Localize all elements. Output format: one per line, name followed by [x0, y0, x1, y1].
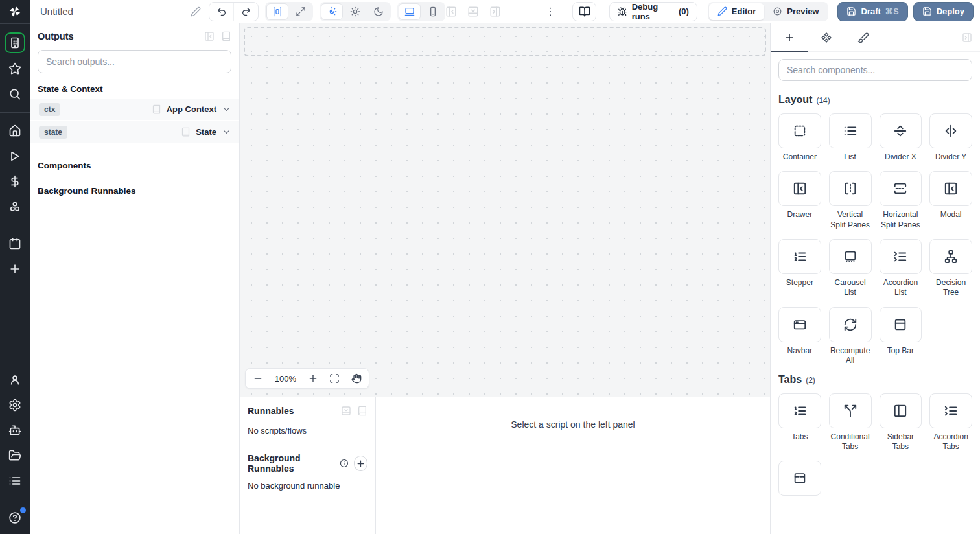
rail-item-help[interactable] — [5, 508, 25, 528]
edit-title-icon[interactable] — [191, 6, 201, 17]
docs-button[interactable] — [572, 2, 596, 21]
component-box[interactable] — [829, 239, 872, 274]
runnables-docs-icon[interactable] — [357, 406, 368, 416]
rail-item-resources[interactable] — [5, 197, 25, 216]
component-box[interactable] — [929, 393, 972, 428]
rail-item-schedules[interactable] — [5, 234, 25, 253]
component-box[interactable] — [929, 239, 972, 274]
rail-item-favorites[interactable] — [5, 59, 25, 78]
collapse-bottom-icon[interactable] — [341, 406, 351, 416]
collapse-right-panel-icon[interactable] — [962, 32, 980, 43]
rail-item-runs[interactable] — [5, 146, 25, 166]
empty-dropzone[interactable] — [244, 27, 766, 56]
outputs-docs-icon[interactable] — [221, 31, 231, 41]
redo-button[interactable] — [233, 3, 257, 21]
rail-item-variables[interactable] — [5, 172, 25, 191]
theme-light-button[interactable] — [344, 3, 366, 20]
panel-left-toggle-icon[interactable] — [445, 6, 457, 17]
component-card-tabs[interactable]: Tabs — [778, 393, 821, 452]
component-box[interactable] — [778, 307, 821, 342]
chevron-down-icon[interactable] — [222, 104, 231, 114]
component-box[interactable] — [778, 113, 821, 148]
rail-item-logs[interactable] — [5, 471, 25, 491]
search-components-input[interactable] — [778, 59, 972, 81]
laptop-icon — [404, 6, 415, 17]
component-box[interactable] — [880, 113, 922, 148]
component-card-decision-tree[interactable]: Decision Tree — [929, 239, 972, 298]
component-box[interactable] — [778, 171, 821, 206]
center-content-toggle[interactable] — [266, 3, 288, 20]
component-box[interactable] — [880, 239, 922, 274]
component-card-carousel-list[interactable]: Carousel List — [829, 239, 872, 298]
component-card-divider-y[interactable]: Divider Y — [929, 113, 972, 162]
zoom-out-button[interactable] — [253, 373, 263, 384]
component-box[interactable] — [880, 171, 922, 206]
chevron-down-icon[interactable] — [222, 127, 231, 137]
component-box[interactable] — [929, 171, 972, 206]
section-title: Layout — [778, 94, 812, 106]
component-box[interactable] — [778, 239, 821, 274]
component-card-accordion-tabs[interactable]: Accordion Tabs — [929, 393, 972, 452]
component-box[interactable] — [880, 307, 922, 342]
add-background-runnable-button[interactable] — [354, 456, 368, 471]
search-outputs-input[interactable] — [38, 50, 231, 73]
component-box[interactable] — [829, 393, 872, 428]
mobile-view-button[interactable] — [422, 3, 444, 20]
deploy-button[interactable]: Deploy — [913, 2, 974, 21]
rail-item-workers[interactable] — [5, 421, 25, 440]
rail-item-folders[interactable] — [5, 446, 25, 465]
component-card-vertical-split-panes[interactable]: Vertical Split Panes — [829, 171, 872, 230]
undo-button[interactable] — [209, 3, 233, 21]
rail-item-settings[interactable] — [5, 395, 25, 415]
rail-item-more[interactable] — [5, 259, 25, 279]
rail-item-home[interactable] — [5, 121, 25, 141]
tab-insert-component[interactable] — [771, 23, 808, 52]
panel-bottom-toggle-icon[interactable] — [467, 6, 479, 17]
component-card-recompute-all[interactable]: Recompute All — [829, 307, 872, 366]
desktop-view-button[interactable] — [399, 3, 421, 20]
theme-dark-button[interactable] — [368, 3, 390, 20]
app-canvas[interactable]: 100% — [240, 23, 770, 397]
rail-item-user[interactable] — [5, 370, 25, 389]
editor-tab[interactable]: Editor — [709, 3, 765, 20]
component-card-top-bar[interactable]: Top Bar — [880, 307, 922, 366]
component-box[interactable] — [880, 393, 922, 428]
zoom-in-button[interactable] — [308, 373, 318, 384]
component-card-component[interactable] — [778, 461, 821, 500]
component-box[interactable] — [929, 113, 972, 148]
component-grid-tabs: TabsConditional TabsSidebar TabsAccordio… — [778, 393, 972, 500]
component-card-drawer[interactable]: Drawer — [778, 171, 821, 230]
debug-runs-button[interactable]: Debug runs (0) — [609, 2, 697, 21]
tab-component-settings[interactable] — [808, 23, 845, 52]
component-box[interactable] — [778, 393, 821, 428]
rail-item-apps[interactable] — [5, 32, 25, 53]
draft-button[interactable]: Draft ⌘S — [837, 2, 907, 21]
component-box[interactable] — [829, 113, 872, 148]
component-card-sidebar-tabs[interactable]: Sidebar Tabs — [880, 393, 922, 452]
component-box[interactable] — [778, 461, 821, 496]
component-card-stepper[interactable]: Stepper — [778, 239, 821, 298]
component-card-modal[interactable]: Modal — [929, 171, 972, 230]
theme-auto-button[interactable] — [321, 3, 343, 20]
windmill-home-button[interactable] — [0, 0, 30, 23]
rail-item-search[interactable] — [5, 84, 25, 104]
component-card-horizontal-split-panes[interactable]: Horizontal Split Panes — [880, 171, 922, 230]
component-card-container[interactable]: Container — [778, 113, 821, 162]
full-width-toggle[interactable] — [290, 3, 312, 20]
component-card-accordion-list[interactable]: Accordion List — [880, 239, 922, 298]
pan-button[interactable] — [351, 373, 362, 384]
component-card-list[interactable]: List — [829, 113, 872, 162]
component-card-conditional-tabs[interactable]: Conditional Tabs — [829, 393, 872, 452]
panel-right-toggle-icon[interactable] — [489, 6, 501, 17]
component-box[interactable] — [829, 171, 872, 206]
collapse-panel-icon[interactable] — [204, 31, 215, 41]
preview-tab[interactable]: Preview — [764, 3, 827, 20]
fit-view-button[interactable] — [329, 373, 340, 384]
state-row-ctx[interactable]: ctxApp Context — [30, 99, 239, 120]
tab-styling[interactable] — [845, 23, 881, 52]
component-card-divider-x[interactable]: Divider X — [880, 113, 922, 162]
component-box[interactable] — [829, 307, 872, 342]
more-menu-button[interactable] — [542, 2, 558, 21]
state-row-state[interactable]: stateState — [30, 121, 239, 143]
component-card-navbar[interactable]: Navbar — [778, 307, 821, 366]
